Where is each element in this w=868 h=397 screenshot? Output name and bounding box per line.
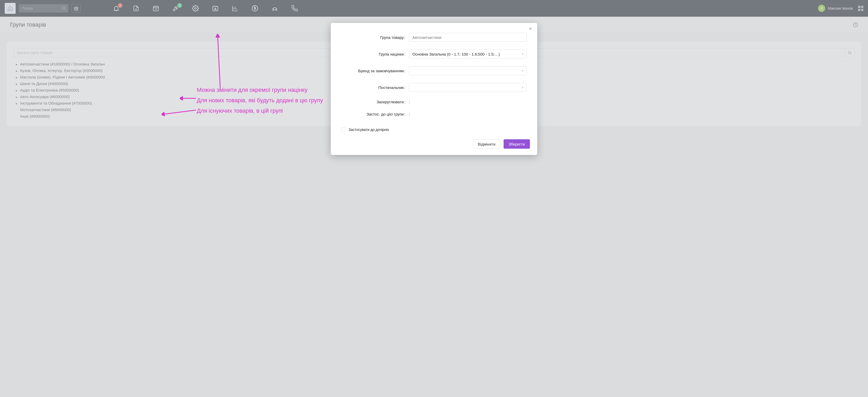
chevron-down-icon: ▾ bbox=[522, 86, 523, 89]
markup-value: Основна Загальна (0 - 1.7; 100 - 1.6;500… bbox=[412, 52, 500, 56]
chevron-down-icon: ▾ bbox=[522, 69, 523, 73]
annotation-arrow-3 bbox=[162, 109, 198, 116]
chevron-down-icon: ▾ bbox=[522, 52, 523, 56]
annotation-arrow-2 bbox=[180, 96, 198, 101]
svg-line-11 bbox=[163, 110, 196, 114]
markup-label: Група націнки bbox=[341, 52, 409, 56]
save-button[interactable]: Зберегти bbox=[504, 139, 530, 149]
group-input bbox=[409, 33, 527, 42]
apply-children-row: Застосувати до дочірніх bbox=[331, 127, 537, 132]
close-button[interactable] bbox=[528, 27, 532, 31]
annotation-line1: Можна змінити для окремої групи націнку bbox=[197, 87, 308, 93]
group-label: Група товару bbox=[341, 35, 409, 40]
brand-select[interactable]: ▾ bbox=[409, 66, 527, 75]
modal-footer: Відмінити Зберегти bbox=[331, 139, 537, 149]
modal-body: Група товару Група націнки Основна Загал… bbox=[331, 26, 537, 121]
annotation-line2: Для нових товарів, які будуть додані в ц… bbox=[197, 97, 323, 104]
annotation-arrow-1 bbox=[213, 34, 226, 91]
apply-children-checkbox[interactable] bbox=[341, 127, 346, 132]
svg-line-9 bbox=[218, 36, 220, 89]
round-label: Заокруглювати bbox=[341, 100, 409, 104]
supplier-label: Постачальник bbox=[341, 85, 409, 90]
modal-overlay: Група товару Група націнки Основна Загал… bbox=[0, 0, 868, 397]
round-checkbox[interactable] bbox=[409, 100, 409, 104]
close-icon bbox=[528, 27, 532, 31]
apply-this-checkbox[interactable] bbox=[409, 112, 409, 117]
annotation-line3: Для існуючих товарів, в цій групі bbox=[197, 108, 283, 114]
apply-this-label: Застос. до цієї групи bbox=[341, 112, 409, 116]
cancel-button[interactable]: Відмінити bbox=[473, 139, 500, 149]
edit-group-modal: Група товару Група націнки Основна Загал… bbox=[331, 23, 537, 155]
apply-children-label: Застосувати до дочірніх bbox=[348, 127, 389, 132]
markup-select[interactable]: Основна Загальна (0 - 1.7; 100 - 1.6;500… bbox=[409, 50, 527, 58]
supplier-select[interactable]: ▾ bbox=[409, 83, 527, 92]
brand-label: Бренд за замовчуванням bbox=[341, 68, 409, 73]
